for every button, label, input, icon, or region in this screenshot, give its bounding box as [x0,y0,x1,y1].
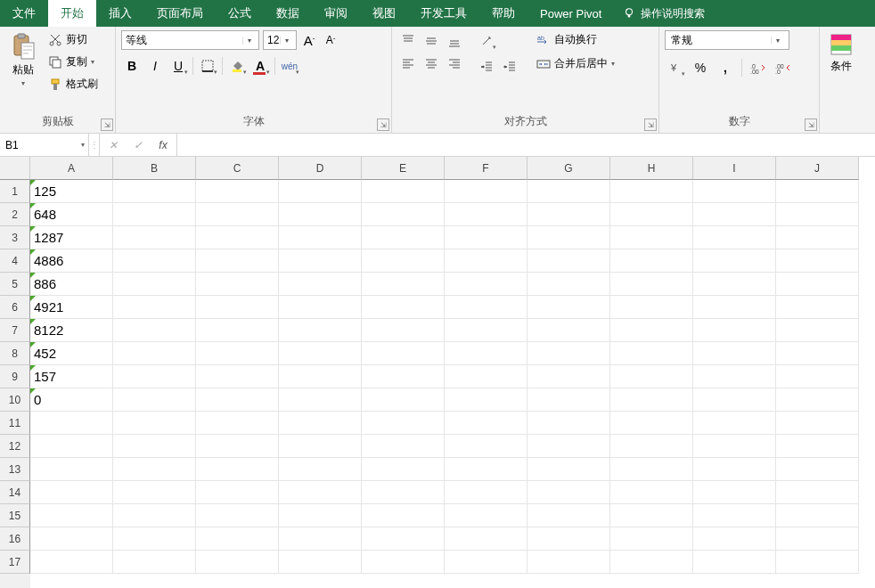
row-header[interactable]: 16 [0,527,30,551]
cell[interactable] [362,296,445,319]
cell[interactable] [279,180,362,203]
cell[interactable] [445,458,527,481]
cell[interactable] [693,226,776,249]
cell[interactable] [527,296,610,319]
font-name-combo[interactable]: 等线 ▾ [121,30,259,50]
wrap-text-button[interactable]: ab 自动换行 [533,30,618,49]
cell[interactable] [196,226,279,249]
cell[interactable] [362,203,445,226]
formula-input[interactable] [177,134,875,156]
cell[interactable] [113,435,196,458]
menu-item[interactable]: Power Pivot [527,0,614,27]
cancel-formula-button[interactable]: ✕ [103,135,123,155]
row-header[interactable]: 2 [0,203,30,226]
row-header[interactable]: 1 [0,180,30,203]
row-header[interactable]: 3 [0,226,30,249]
cell[interactable] [776,226,859,249]
cell[interactable] [610,296,693,319]
cell[interactable] [527,319,610,342]
cell[interactable] [445,296,527,319]
cell[interactable] [196,504,279,527]
cell[interactable] [196,388,279,412]
border-button[interactable] [197,55,218,77]
decrease-decimal-button[interactable]: .00.0 [773,57,794,78]
enter-formula-button[interactable]: ✓ [128,135,148,155]
align-middle-button[interactable] [421,30,442,52]
cell[interactable]: 4886 [30,249,113,273]
cell[interactable] [279,273,362,296]
row-header[interactable]: 6 [0,296,30,319]
menu-item[interactable]: 公式 [216,0,264,27]
orientation-button[interactable] [476,30,497,52]
cell[interactable] [693,180,776,203]
cell[interactable] [30,481,113,504]
cell[interactable] [693,388,776,412]
cell[interactable] [693,296,776,319]
font-color-button[interactable]: A [249,55,271,77]
cell[interactable] [362,504,445,527]
format-painter-button[interactable]: 格式刷 [45,75,102,94]
menu-item[interactable]: 帮助 [479,0,527,27]
copy-button[interactable]: 复制 ▾ [45,53,102,71]
cell[interactable] [527,203,610,226]
cell[interactable] [610,203,693,226]
cell[interactable] [610,435,693,458]
align-center-button[interactable] [421,53,442,75]
paste-button[interactable]: 粘贴 ▾ [5,30,41,89]
cell[interactable] [776,273,859,296]
cell[interactable] [610,481,693,504]
clipboard-expand-icon[interactable]: ⇲ [101,118,113,131]
insert-function-button[interactable]: fx [153,135,173,155]
cell[interactable] [527,365,610,388]
cell[interactable] [610,365,693,388]
cell[interactable] [693,551,776,574]
cell[interactable] [362,273,445,296]
cell[interactable] [113,458,196,481]
cell[interactable] [776,388,859,412]
cell[interactable] [362,180,445,203]
row-header[interactable]: 13 [0,458,30,481]
cell[interactable] [113,504,196,527]
cell[interactable] [610,504,693,527]
column-header[interactable]: E [362,157,445,180]
row-header[interactable]: 11 [0,412,30,435]
row-header[interactable]: 15 [0,504,30,527]
cell[interactable] [527,388,610,412]
number-expand-icon[interactable]: ⇲ [805,118,817,131]
cell[interactable] [693,319,776,342]
cell[interactable] [527,180,610,203]
row-header[interactable]: 17 [0,551,30,574]
cell[interactable] [610,226,693,249]
cell[interactable] [279,226,362,249]
cell[interactable] [113,481,196,504]
cell[interactable] [776,342,859,365]
cell[interactable] [279,458,362,481]
align-left-button[interactable] [397,53,419,75]
tell-me-search[interactable]: 操作说明搜索 [614,0,714,27]
cell[interactable] [693,273,776,296]
cell[interactable] [362,458,445,481]
cell[interactable] [30,458,113,481]
name-box[interactable]: B1 ▾ [0,134,89,156]
align-top-button[interactable] [397,30,419,52]
cell[interactable] [279,296,362,319]
cell[interactable] [196,458,279,481]
align-bottom-button[interactable] [444,30,465,52]
row-header[interactable]: 12 [0,435,30,458]
cell[interactable] [113,296,196,319]
italic-button[interactable]: I [144,55,166,77]
column-header[interactable]: J [776,157,859,180]
cell[interactable] [776,365,859,388]
cell[interactable] [776,481,859,504]
cell[interactable] [279,203,362,226]
cell[interactable]: 157 [30,365,113,388]
cell[interactable] [527,481,610,504]
accounting-format-button[interactable]: ¥ [665,57,686,78]
number-format-combo[interactable]: 常规 ▾ [665,30,789,50]
cell[interactable] [362,388,445,412]
cell[interactable] [445,365,527,388]
cell[interactable] [610,388,693,412]
column-header[interactable]: H [610,157,693,180]
cell[interactable] [776,458,859,481]
cell[interactable] [610,458,693,481]
